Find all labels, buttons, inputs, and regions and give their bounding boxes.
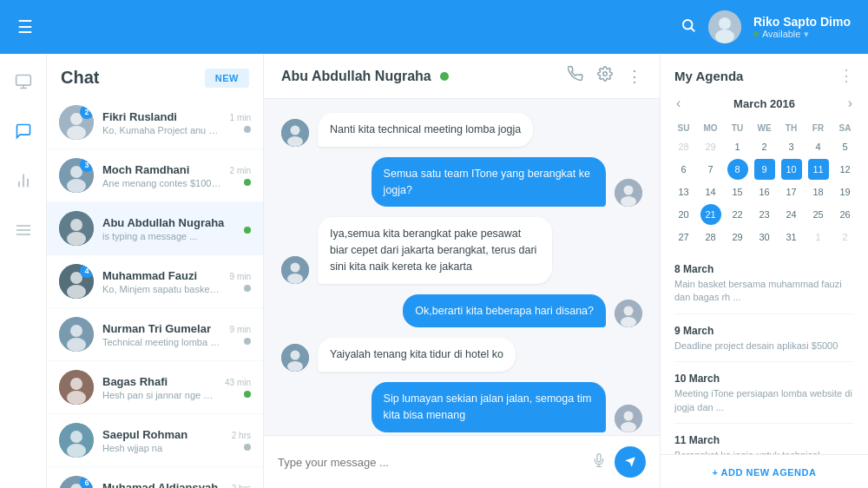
chat-item-info: Abu Abdullah Nugraha is typing a message…	[102, 216, 235, 241]
calendar-day[interactable]: 23	[754, 204, 775, 225]
calendar-day[interactable]: 9	[754, 159, 775, 180]
message-avatar	[615, 405, 642, 432]
chat-item-info: Moch Ramdhani Ane menang contes $1000 ..…	[102, 163, 221, 188]
message-bubble: Ok,berarti kita beberapa hari disana?	[403, 294, 606, 328]
chat-item-meta: 9 min	[230, 325, 251, 345]
chat-item[interactable]: 4 Muhammad Fauzi Ko, Minjem sapatu baske…	[47, 255, 263, 308]
calendar-day[interactable]: 5	[835, 136, 856, 157]
svg-point-31	[70, 431, 82, 443]
chat-status-dot	[244, 227, 251, 234]
svg-point-19	[70, 219, 82, 231]
calendar-month: March 2016	[733, 97, 795, 110]
message-bubble: Sip lumayan sekian jalan jalan, semoga t…	[372, 382, 606, 432]
calendar-day[interactable]: 19	[835, 181, 856, 202]
message-bubble: Iya,semua kita berangkat pake pesawat bi…	[318, 217, 552, 283]
message-avatar	[281, 256, 309, 284]
main-content: Chat NEW 2 Fikri Ruslandi Ko, Kumaha Pro…	[0, 54, 868, 488]
event-description: Main basket bersama muhammad fauzi dan b…	[674, 278, 854, 305]
chat-item[interactable]: 3 Moch Ramdhani Ane menang contes $1000 …	[47, 149, 263, 202]
chat-item-info: Nurman Tri Gumelar Technical meeting lom…	[102, 322, 221, 347]
agenda-panel: My Agenda ⋮ ‹ March 2016 › SUMOTUWETHFRS…	[660, 54, 868, 488]
chat-item[interactable]: Saepul Rohman Hesh wjjap na 2 hrs	[47, 414, 263, 467]
nav-icon-chat[interactable]	[10, 68, 37, 100]
svg-point-4	[715, 30, 734, 43]
chat-item[interactable]: Nurman Tri Gumelar Technical meeting lom…	[47, 308, 263, 361]
calendar-day[interactable]: 17	[781, 181, 802, 202]
chat-list-header: Chat NEW	[47, 54, 263, 96]
calendar-day[interactable]: 22	[727, 204, 748, 225]
calendar-day[interactable]: 11	[808, 159, 829, 180]
calendar-day[interactable]: 26	[835, 204, 856, 225]
calendar-day[interactable]: 18	[808, 181, 829, 202]
settings-icon[interactable]	[597, 66, 613, 86]
calendar-day[interactable]: 24	[781, 204, 802, 225]
chat-input-area	[264, 435, 660, 488]
svg-point-44	[291, 262, 300, 272]
calendar-day[interactable]: 29	[700, 136, 721, 157]
calendar-day[interactable]: 1	[808, 227, 829, 247]
event-date: 10 March	[674, 373, 854, 385]
svg-point-14	[67, 126, 86, 140]
calendar-day-header: TU	[725, 122, 750, 135]
chat-item[interactable]: 6 Muhamad Aldiansyah Bales tuh ko bisa d…	[47, 467, 263, 488]
message-bubble: Semua satu team ITone yang berangkat ke …	[372, 157, 606, 208]
calendar-day[interactable]: 2	[835, 227, 856, 247]
calendar-day[interactable]: 31	[781, 227, 802, 247]
chat-header: Abu Abdullah Nugraha ⋮	[264, 54, 660, 99]
chat-item-time: 43 min	[225, 378, 251, 387]
calendar-day[interactable]: 12	[835, 159, 856, 180]
add-agenda-button[interactable]: + ADD NEW AGENDA	[713, 467, 817, 478]
calendar-day[interactable]: 15	[727, 181, 748, 202]
more-icon[interactable]: ⋮	[627, 67, 642, 86]
chat-item-info: Saepul Rohman Hesh wjjap na	[102, 428, 223, 453]
calendar-day[interactable]: 4	[808, 136, 829, 157]
nav-icon-messages[interactable]	[10, 117, 37, 149]
agenda-events: 8 March Main basket bersama muhammad fau…	[661, 256, 868, 454]
svg-point-48	[621, 317, 636, 327]
calendar-day[interactable]: 2	[754, 136, 775, 157]
send-button[interactable]	[615, 446, 646, 478]
calendar-day[interactable]: 27	[674, 227, 694, 247]
calendar-day[interactable]: 16	[754, 181, 775, 202]
chat-item[interactable]: Abu Abdullah Nugraha is typing a message…	[47, 202, 263, 255]
calendar: ‹ March 2016 › SUMOTUWETHFRSA28291234567…	[661, 94, 868, 256]
calendar-day[interactable]: 25	[808, 204, 829, 225]
search-icon[interactable]	[681, 17, 696, 37]
calendar-day[interactable]: 8	[727, 159, 748, 180]
calendar-day[interactable]: 30	[754, 227, 775, 247]
nav-icon-chart[interactable]	[10, 167, 37, 199]
chat-status-dot	[244, 338, 251, 345]
calendar-day[interactable]: 14	[700, 181, 721, 202]
phone-icon[interactable]	[568, 66, 583, 86]
calendar-day[interactable]: 10	[781, 159, 802, 180]
calendar-day[interactable]: 6	[674, 159, 694, 180]
calendar-day[interactable]: 20	[674, 204, 694, 225]
nav-icon-menu[interactable]	[10, 216, 37, 248]
chat-header-actions: ⋮	[568, 66, 642, 86]
mic-icon[interactable]	[592, 453, 606, 472]
calendar-day[interactable]: 1	[727, 136, 748, 157]
chat-item[interactable]: 2 Fikri Ruslandi Ko, Kumaha Project anu …	[47, 96, 263, 149]
new-chat-button[interactable]: NEW	[205, 69, 249, 88]
svg-point-3	[719, 17, 731, 30]
chat-item-info: Bagas Rhafi Hesh pan si jannar nge dunk …	[102, 375, 216, 400]
calendar-day[interactable]: 28	[674, 136, 694, 157]
calendar-day[interactable]: 28	[700, 227, 721, 247]
calendar-day[interactable]: 7	[700, 159, 721, 180]
calendar-day[interactable]: 29	[727, 227, 748, 247]
prev-month-button[interactable]: ‹	[671, 94, 686, 113]
agenda-title: My Agenda	[674, 69, 743, 83]
hamburger-icon[interactable]: ☰	[17, 16, 33, 37]
message-input[interactable]	[278, 456, 583, 469]
agenda-more-icon[interactable]: ⋮	[838, 66, 854, 85]
chat-item-meta: 2 hrs	[232, 484, 251, 489]
svg-point-39	[287, 136, 303, 147]
calendar-day[interactable]: 13	[674, 181, 694, 202]
unread-badge: 4	[80, 264, 94, 278]
chat-item[interactable]: Bagas Rhafi Hesh pan si jannar nge dunk …	[47, 361, 263, 414]
chat-item-time: 2 hrs	[232, 431, 251, 440]
chat-status-dot	[244, 444, 251, 451]
calendar-day[interactable]: 3	[781, 136, 802, 157]
calendar-day[interactable]: 21	[700, 204, 721, 225]
next-month-button[interactable]: ›	[843, 94, 858, 113]
